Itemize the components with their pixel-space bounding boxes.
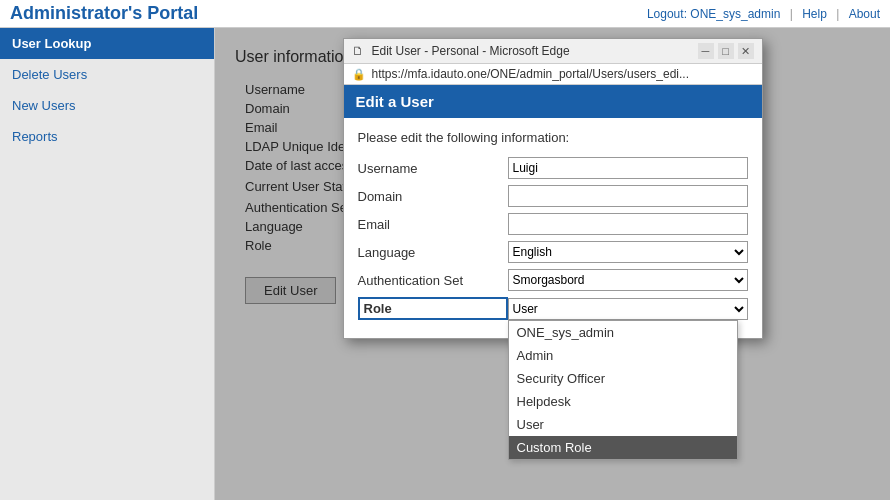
browser-window: 🗋 Edit User - Personal - Microsoft Edge … [343, 38, 763, 339]
about-link[interactable]: About [849, 7, 880, 21]
form-subtitle: Please edit the following information: [358, 130, 748, 145]
input-domain[interactable] [508, 185, 748, 207]
browser-controls: ─ □ ✕ [698, 43, 754, 59]
form-body: Please edit the following information: U… [344, 118, 762, 338]
form-row-email: Email [358, 213, 748, 235]
lock-icon: 🔒 [352, 68, 366, 81]
input-username[interactable] [508, 157, 748, 179]
sidebar-item-delete-users[interactable]: Delete Users [0, 59, 214, 90]
browser-page-icon: 🗋 [352, 44, 366, 58]
label-username: Username [358, 161, 508, 176]
sidebar-header: User Lookup [0, 28, 214, 59]
label-language: Language [358, 245, 508, 260]
restore-button[interactable]: □ [718, 43, 734, 59]
dropdown-item-one-sys-admin[interactable]: ONE_sys_admin [509, 321, 737, 344]
form-row-language: Language English [358, 241, 748, 263]
form-header: Edit a User [344, 85, 762, 118]
form-row-username: Username [358, 157, 748, 179]
browser-title: Edit User - Personal - Microsoft Edge [372, 44, 692, 58]
top-bar: Administrator's Portal Logout: ONE_sys_a… [0, 0, 890, 28]
main-content: User information Username Domain Email L… [215, 28, 890, 500]
sidebar-item-reports[interactable]: Reports [0, 121, 214, 152]
dropdown-item-custom-role[interactable]: Custom Role [509, 436, 737, 459]
form-row-domain: Domain [358, 185, 748, 207]
sidebar-item-new-users[interactable]: New Users [0, 90, 214, 121]
address-bar: 🔒 https://mfa.idauto.one/ONE/admin_porta… [344, 64, 762, 85]
top-links: Logout: ONE_sys_admin | Help | About [641, 7, 880, 21]
dropdown-item-security-officer[interactable]: Security Officer [509, 367, 737, 390]
logout-link[interactable]: Logout: ONE_sys_admin [647, 7, 780, 21]
form-row-auth-set: Authentication Set Smorgasbord [358, 269, 748, 291]
label-email: Email [358, 217, 508, 232]
sidebar: User Lookup Delete Users New Users Repor… [0, 28, 215, 500]
portal-title: Administrator's Portal [10, 3, 198, 24]
dropdown-item-helpdesk[interactable]: Helpdesk [509, 390, 737, 413]
role-dropdown-container: User ONE_sys_admin Admin Security Office… [508, 298, 748, 320]
select-auth-set[interactable]: Smorgasbord [508, 269, 748, 291]
close-button[interactable]: ✕ [738, 43, 754, 59]
url-text: https://mfa.idauto.one/ONE/admin_portal/… [372, 67, 754, 81]
label-role: Role [358, 297, 508, 320]
input-email[interactable] [508, 213, 748, 235]
select-language[interactable]: English [508, 241, 748, 263]
layout: User Lookup Delete Users New Users Repor… [0, 28, 890, 500]
form-row-role: Role User ONE_sys_admin Admin Security O… [358, 297, 748, 320]
role-dropdown-list[interactable]: ONE_sys_admin Admin Security Officer Hel… [508, 320, 738, 460]
dropdown-item-admin[interactable]: Admin [509, 344, 737, 367]
label-auth-set: Authentication Set [358, 273, 508, 288]
browser-titlebar: 🗋 Edit User - Personal - Microsoft Edge … [344, 39, 762, 64]
modal-overlay: 🗋 Edit User - Personal - Microsoft Edge … [215, 28, 890, 500]
minimize-button[interactable]: ─ [698, 43, 714, 59]
select-role[interactable]: User [508, 298, 748, 320]
dropdown-item-user[interactable]: User [509, 413, 737, 436]
label-domain: Domain [358, 189, 508, 204]
help-link[interactable]: Help [802, 7, 827, 21]
